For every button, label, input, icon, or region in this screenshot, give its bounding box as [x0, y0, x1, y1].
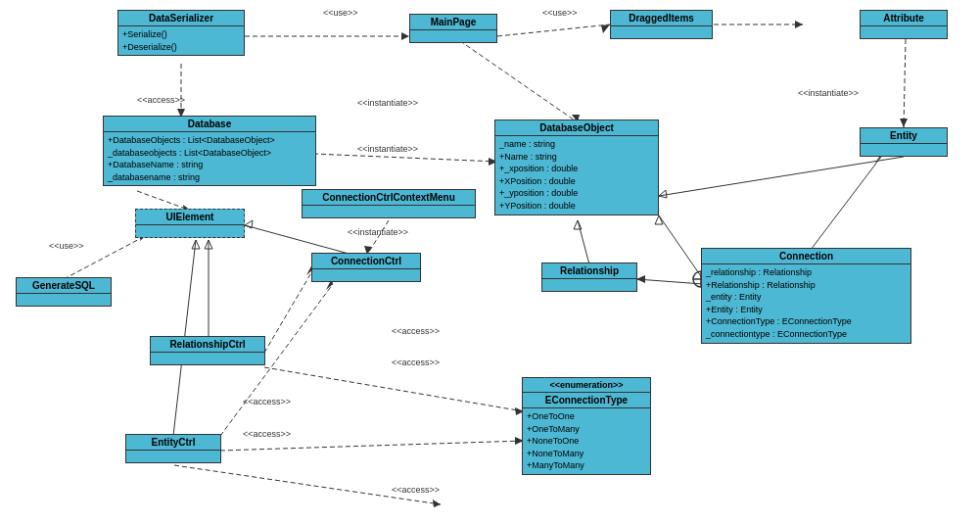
- label-instantiate-2: <<instantiate>>: [357, 98, 418, 108]
- svg-marker-25: [574, 220, 582, 229]
- Connection-title: Connection: [702, 249, 910, 264]
- svg-marker-29: [659, 190, 667, 198]
- ConnectionCtrlContextMenu-title: ConnectionCtrlContextMenu: [303, 190, 475, 206]
- Database-box: Database +DatabaseObjects : List<Databas…: [103, 116, 316, 186]
- svg-line-36: [264, 367, 524, 411]
- RelationshipCtrl-box: RelationshipCtrl: [150, 336, 265, 365]
- DatabaseObject-title: DatabaseObject: [495, 120, 658, 136]
- svg-marker-43: [433, 500, 441, 507]
- EConnectionType-title: EConnectionType: [523, 393, 650, 408]
- svg-marker-1: [401, 32, 409, 40]
- svg-line-2: [497, 24, 610, 36]
- svg-marker-27: [655, 215, 663, 224]
- DataSerializer-body: +Serialize() +Deserialize(): [118, 26, 244, 55]
- MainPage-title: MainPage: [410, 15, 496, 30]
- EntityCtrl-title: EntityCtrl: [126, 435, 220, 451]
- svg-line-34: [264, 269, 313, 353]
- EConnectionType-body: +OneToOne +OneToMany +NoneToOne +NoneToM…: [523, 408, 650, 474]
- svg-line-8: [453, 36, 578, 122]
- svg-marker-19: [245, 220, 253, 228]
- svg-line-32: [811, 157, 881, 250]
- Attribute-box: Attribute: [860, 10, 948, 39]
- UIElement-title: UIElement: [136, 210, 244, 225]
- MainPage-box: MainPage: [409, 14, 497, 43]
- UIElement-box: UIElement: [135, 209, 245, 238]
- svg-line-14: [137, 191, 191, 211]
- DraggedItems-title: DraggedItems: [611, 11, 712, 26]
- GenerateSQL-box: GenerateSQL: [16, 277, 112, 307]
- label-instantiate-1: <<instantiate>>: [798, 88, 859, 98]
- label-access-3: <<access>>: [392, 358, 440, 367]
- ConnectionCtrlContextMenu-box: ConnectionCtrlContextMenu: [302, 189, 476, 218]
- svg-marker-3: [601, 24, 610, 33]
- DataSerializer-box: DataSerializer +Serialize() +Deserialize…: [117, 10, 245, 56]
- svg-line-10: [313, 154, 497, 162]
- label-access-5: <<access>>: [243, 429, 291, 439]
- label-access-2: <<access>>: [392, 326, 440, 336]
- EConnectionType-stereotype: <<enumeration>>: [523, 378, 650, 393]
- Relationship-box: Relationship: [541, 262, 637, 292]
- label-access-1: <<access>>: [137, 95, 185, 105]
- label-use-2: <<use>>: [542, 8, 578, 18]
- svg-marker-5: [900, 119, 908, 127]
- label-access-4: <<access>>: [243, 397, 291, 406]
- Entity-box: Entity: [860, 127, 948, 157]
- label-instantiate-3: <<instantiate>>: [357, 144, 418, 154]
- svg-line-18: [245, 225, 352, 255]
- svg-line-40: [220, 441, 524, 451]
- svg-marker-31: [636, 275, 645, 283]
- GenerateSQL-title: GenerateSQL: [17, 278, 111, 294]
- label-use-1: <<use>>: [323, 8, 358, 18]
- DatabaseObject-box: DatabaseObject _name : string +Name : st…: [494, 119, 659, 215]
- Connection-box: Connection _relationship : Relationship …: [701, 248, 911, 344]
- DraggedItems-box: DraggedItems: [610, 10, 713, 39]
- svg-marker-33: [874, 156, 881, 164]
- DatabaseObject-body: _name : string +Name : string +_xpositio…: [495, 136, 658, 215]
- ConnectionCtrl-box: ConnectionCtrl: [311, 253, 421, 282]
- svg-line-28: [659, 157, 904, 196]
- Relationship-title: Relationship: [542, 263, 636, 279]
- Entity-title: Entity: [861, 128, 947, 144]
- label-use-3: <<use>>: [49, 241, 84, 251]
- ConnectionCtrl-title: ConnectionCtrl: [312, 254, 420, 269]
- DataSerializer-title: DataSerializer: [118, 11, 244, 26]
- diagram-container: DataSerializer +Serialize() +Deserialize…: [0, 0, 980, 525]
- svg-marker-23: [192, 240, 200, 249]
- EntityCtrl-box: EntityCtrl: [125, 434, 221, 463]
- EConnectionType-box: <<enumeration>> EConnectionType +OneToOn…: [522, 377, 651, 475]
- svg-line-30: [636, 279, 703, 284]
- label-instantiate-4: <<instantiate>>: [348, 227, 408, 237]
- Database-title: Database: [104, 117, 315, 132]
- svg-line-12: [367, 220, 389, 255]
- Attribute-title: Attribute: [861, 11, 947, 26]
- Database-body: +DatabaseObjects : List<DatabaseObject> …: [104, 132, 315, 185]
- svg-line-4: [904, 39, 906, 127]
- Connection-body: _relationship : Relationship +Relationsh…: [702, 264, 910, 343]
- label-access-6: <<access>>: [392, 485, 440, 495]
- RelationshipCtrl-title: RelationshipCtrl: [151, 337, 264, 353]
- svg-line-26: [659, 215, 703, 279]
- svg-line-24: [578, 220, 589, 264]
- svg-marker-48: [795, 21, 803, 28]
- svg-marker-21: [205, 240, 212, 249]
